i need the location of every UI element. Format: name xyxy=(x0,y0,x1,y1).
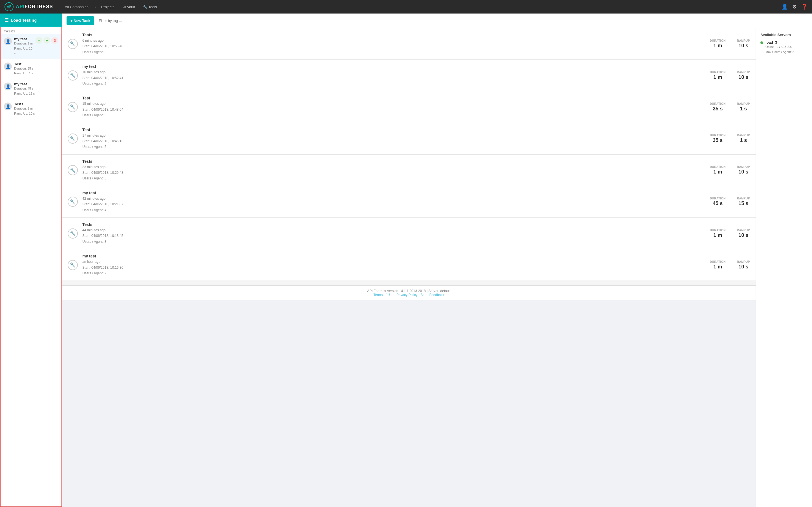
stat-duration: DURATION 1 m xyxy=(710,260,726,270)
job-stats: DURATION 1 m RAMPUP 10 s xyxy=(710,39,750,49)
job-meta: 42 minutes agoStart: 04/06/2018, 10:21:0… xyxy=(82,196,705,213)
job-info: my test an hour agoStart: 04/06/2018, 10… xyxy=(82,254,705,276)
play-button[interactable]: ▶ xyxy=(43,37,50,44)
terms-link[interactable]: Terms of Use xyxy=(373,293,394,297)
stat-duration: DURATION 35 s xyxy=(710,102,726,112)
nav-projects[interactable]: Projects xyxy=(98,3,118,11)
stat-duration: DURATION 35 s xyxy=(710,134,726,144)
job-row[interactable]: 🔧 Tests 44 minutes agoStart: 04/06/2018,… xyxy=(62,218,756,249)
logo-circle: AF xyxy=(4,2,13,11)
avatar: 👤 xyxy=(4,38,12,45)
task-item[interactable]: 👤 Test Duration: 35 sRamp Up: 1 s xyxy=(1,59,61,79)
job-icon: 🔧 xyxy=(68,196,78,207)
job-info: Tests 33 minutes agoStart: 04/06/2018, 1… xyxy=(82,159,705,181)
job-info: Test 15 minutes agoStart: 04/06/2018, 10… xyxy=(82,96,705,118)
app-body: ☰ Load Testing TASKS 👤 my test Duration:… xyxy=(0,13,812,507)
job-name: Test xyxy=(82,128,705,132)
job-row[interactable]: 🔧 Test 15 minutes agoStart: 04/06/2018, … xyxy=(62,91,756,123)
avatar: 👤 xyxy=(4,103,12,110)
server-info: load_3 Online · 172.18.2.5Max Users / Ag… xyxy=(765,40,794,54)
logo: AF APIFORTRESS xyxy=(4,2,53,11)
job-row[interactable]: 🔧 my test 42 minutes agoStart: 04/06/201… xyxy=(62,186,756,218)
nav-items: All Companies → Projects 🗂 Vault 🔧 Tools xyxy=(61,3,160,11)
job-info: Tests 6 minutes agoStart: 04/06/2018, 10… xyxy=(82,33,705,55)
job-name: Tests xyxy=(82,159,705,164)
stat-duration: DURATION 1 m xyxy=(710,229,726,238)
stat-rampup: RAMPUP 10 s xyxy=(737,165,750,175)
task-item[interactable]: 👤 Tests Duration: 1 mRamp Up: 10 s xyxy=(1,99,61,119)
job-stats: DURATION 1 m RAMPUP 10 s xyxy=(710,165,750,175)
job-row[interactable]: 🔧 my test an hour agoStart: 04/06/2018, … xyxy=(62,249,756,281)
toolbar: + New Task xyxy=(62,13,812,28)
job-meta: 15 minutes agoStart: 04/06/2018, 10:48:0… xyxy=(82,101,705,118)
server-name: load_3 xyxy=(765,40,794,45)
task-detail: Duration: 35 sRamp Up: 1 s xyxy=(14,66,58,76)
job-info: my test 10 minutes agoStart: 04/06/2018,… xyxy=(82,64,705,87)
job-name: Tests xyxy=(82,222,705,227)
right-panel: Available Servers load_3 Online · 172.18… xyxy=(756,28,812,507)
job-meta: 33 minutes agoStart: 04/06/2018, 10:29:4… xyxy=(82,164,705,181)
footer-version: API Fortress Version 14.1.1 2013-2018 | … xyxy=(65,289,752,293)
nav-all-companies[interactable]: All Companies xyxy=(61,3,92,11)
job-meta: 10 minutes agoStart: 04/06/2018, 10:52:4… xyxy=(82,69,705,87)
job-icon: 🔧 xyxy=(68,70,78,80)
job-row[interactable]: 🔧 my test 10 minutes agoStart: 04/06/201… xyxy=(62,60,756,91)
job-name: my test xyxy=(82,64,705,69)
job-stats: DURATION 35 s RAMPUP 1 s xyxy=(710,102,750,112)
new-task-button[interactable]: + New Task xyxy=(66,16,94,25)
stat-rampup: RAMPUP 10 s xyxy=(737,260,750,270)
nav-vault[interactable]: 🗂 Vault xyxy=(119,3,139,11)
job-name: Tests xyxy=(82,33,705,37)
tasks-label: TASKS xyxy=(1,27,61,34)
stat-rampup: RAMPUP 15 s xyxy=(737,197,750,207)
top-nav: AF APIFORTRESS All Companies → Projects … xyxy=(0,0,812,13)
job-stats: DURATION 1 m RAMPUP 10 s xyxy=(710,260,750,270)
privacy-link[interactable]: Privacy Policy xyxy=(396,293,417,297)
stat-rampup: RAMPUP 1 s xyxy=(737,134,750,144)
nav-arrow: → xyxy=(93,5,97,9)
feedback-link[interactable]: Send Feedback xyxy=(420,293,444,297)
sidebar-title: Load Testing xyxy=(11,18,37,22)
task-detail: Duration: 1 mRamp Up: 10 s xyxy=(14,41,33,56)
job-row[interactable]: 🔧 Tests 33 minutes agoStart: 04/06/2018,… xyxy=(62,155,756,186)
job-info: my test 42 minutes agoStart: 04/06/2018,… xyxy=(82,191,705,213)
server-status-dot xyxy=(760,41,763,44)
task-detail: Duration: 45 sRamp Up: 15 s xyxy=(14,86,58,96)
task-info: Test Duration: 35 sRamp Up: 1 s xyxy=(14,62,58,76)
job-stats: DURATION 1 m RAMPUP 10 s xyxy=(710,229,750,238)
task-item[interactable]: 👤 my test Duration: 1 mRamp Up: 10 s ✏ ▶… xyxy=(1,34,61,59)
job-icon: 🔧 xyxy=(68,39,78,49)
task-actions: ✏ ▶ 🗑 xyxy=(36,37,58,44)
user-icon[interactable]: 👤 xyxy=(781,4,788,10)
job-row[interactable]: 🔧 Tests 6 minutes agoStart: 04/06/2018, … xyxy=(62,28,756,60)
nav-tools[interactable]: 🔧 Tools xyxy=(140,3,160,11)
stat-rampup: RAMPUP 1 s xyxy=(737,102,750,112)
stat-rampup: RAMPUP 10 s xyxy=(737,39,750,49)
nav-right: 👤 ⚙ ❓ xyxy=(781,4,808,10)
filter-input[interactable] xyxy=(98,17,808,24)
job-icon: 🔧 xyxy=(68,260,78,270)
right-panel-title: Available Servers xyxy=(760,33,808,37)
hamburger-icon: ☰ xyxy=(4,17,8,23)
avatar: 👤 xyxy=(4,62,12,70)
task-info: my test Duration: 1 mRamp Up: 10 s xyxy=(14,37,33,56)
stat-duration: DURATION 1 m xyxy=(710,165,726,175)
job-stats: DURATION 45 s RAMPUP 15 s xyxy=(710,197,750,207)
job-row[interactable]: 🔧 Test 17 minutes agoStart: 04/06/2018, … xyxy=(62,123,756,155)
task-name: Tests xyxy=(14,102,58,106)
sidebar-header: ☰ Load Testing xyxy=(0,13,62,27)
job-icon: 🔧 xyxy=(68,133,78,144)
task-name: my test xyxy=(14,37,33,41)
logo-text: APIFORTRESS xyxy=(16,4,53,10)
delete-button[interactable]: 🗑 xyxy=(51,37,58,44)
task-name: my test xyxy=(14,82,58,86)
help-icon[interactable]: ❓ xyxy=(801,4,808,10)
footer-links: Terms of Use - Privacy Policy - Send Fee… xyxy=(65,293,752,297)
sidebar: ☰ Load Testing TASKS 👤 my test Duration:… xyxy=(0,13,62,507)
task-detail: Duration: 1 mRamp Up: 10 s xyxy=(14,106,58,116)
edit-button[interactable]: ✏ xyxy=(36,37,42,44)
task-item[interactable]: 👤 my test Duration: 45 sRamp Up: 15 s xyxy=(1,79,61,99)
settings-icon[interactable]: ⚙ xyxy=(792,4,797,10)
job-info: Tests 44 minutes agoStart: 04/06/2018, 1… xyxy=(82,222,705,244)
stat-rampup: RAMPUP 10 s xyxy=(737,71,750,80)
